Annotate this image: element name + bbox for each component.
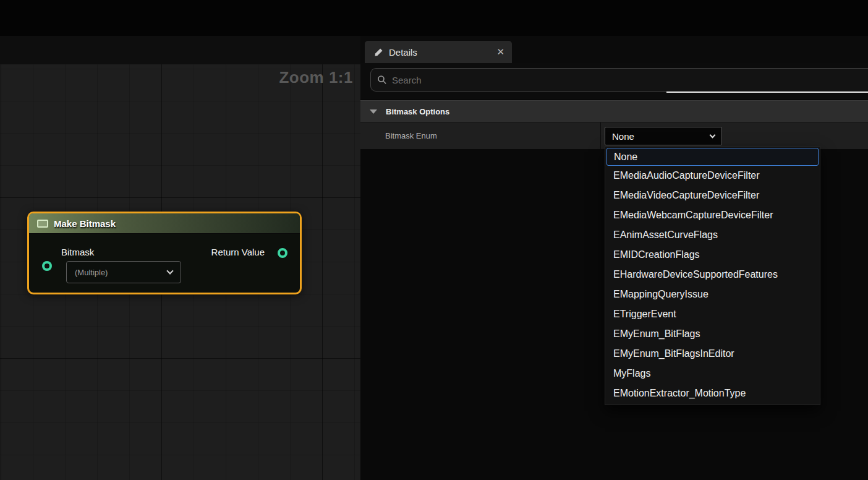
section-bitmask-options[interactable]: Bitmask Options <box>360 100 868 122</box>
top-menu-bar <box>0 0 868 36</box>
zoom-level-label: Zoom 1:1 <box>279 68 353 87</box>
node-header: Make Bitmask <box>29 213 300 234</box>
tab-details[interactable]: Details ✕ <box>365 41 512 63</box>
make-bitmask-node[interactable]: Make Bitmask Bitmask Return Value (Multi… <box>27 212 302 294</box>
bitmask-value-dropdown[interactable]: (Multiple) <box>66 261 181 283</box>
caret-down-icon <box>370 109 377 114</box>
make-bitmask-icon <box>37 220 48 228</box>
dropdown-item[interactable]: EMyEnum_BitFlagsInEditor <box>606 344 819 364</box>
dropdown-item[interactable]: EAnimAssetCurveFlags <box>606 225 819 245</box>
details-panel: Details ✕ Bitmask Options Bitmask Enum N… <box>360 36 868 480</box>
search-row <box>360 63 868 99</box>
tab-details-label: Details <box>389 47 417 58</box>
search-input[interactable] <box>392 75 862 85</box>
dropdown-item[interactable]: MyFlags <box>606 364 819 384</box>
dropdown-item[interactable]: EMediaAudioCaptureDeviceFilter <box>606 166 819 186</box>
search-icon <box>377 75 387 85</box>
output-pin-label: Return Value <box>211 247 265 257</box>
search-box[interactable] <box>370 68 868 92</box>
combobox-value: None <box>612 131 710 142</box>
dropdown-item[interactable]: EHardwareDeviceSupportedFeatures <box>606 265 819 285</box>
bitmask-value-text: (Multiple) <box>75 268 168 277</box>
chevron-down-icon <box>166 267 173 274</box>
node-title: Make Bitmask <box>54 218 116 229</box>
dropdown-item[interactable]: EMappingQueryIssue <box>606 285 819 304</box>
enum-dropdown-menu: None EMediaAudioCaptureDeviceFilter EMed… <box>605 146 820 405</box>
property-row-bitmask-enum: Bitmask Enum None <box>360 122 868 149</box>
dropdown-item-none[interactable]: None <box>606 148 819 166</box>
details-tab-strip: Details ✕ <box>360 36 868 63</box>
dropdown-item[interactable]: EMediaWebcamCaptureDeviceFilter <box>606 205 819 225</box>
blueprint-graph-canvas[interactable]: Zoom 1:1 Make Bitmask Bitmask Return Val… <box>0 36 360 480</box>
dropdown-item[interactable]: EMediaVideoCaptureDeviceFilter <box>606 186 819 205</box>
return-value-output-pin[interactable] <box>278 248 287 258</box>
pencil-icon <box>374 48 383 57</box>
bitmask-enum-combobox[interactable]: None <box>605 127 722 145</box>
dropdown-item[interactable]: EMyEnum_BitFlags <box>606 324 819 344</box>
graph-top-shade <box>0 36 360 64</box>
input-pin-label: Bitmask <box>61 247 94 257</box>
dropdown-item[interactable]: ETriggerEvent <box>606 304 819 324</box>
column-divider[interactable] <box>600 122 601 149</box>
search-underline <box>666 92 868 93</box>
close-icon[interactable]: ✕ <box>496 46 504 58</box>
chevron-down-icon <box>710 132 716 138</box>
bitmask-input-pin[interactable] <box>42 261 52 271</box>
dropdown-item[interactable]: EMIDCreationFlags <box>606 245 819 265</box>
section-title: Bitmask Options <box>386 107 449 116</box>
dropdown-item[interactable]: EMotionExtractor_MotionType <box>606 384 819 403</box>
property-label: Bitmask Enum <box>385 122 437 149</box>
